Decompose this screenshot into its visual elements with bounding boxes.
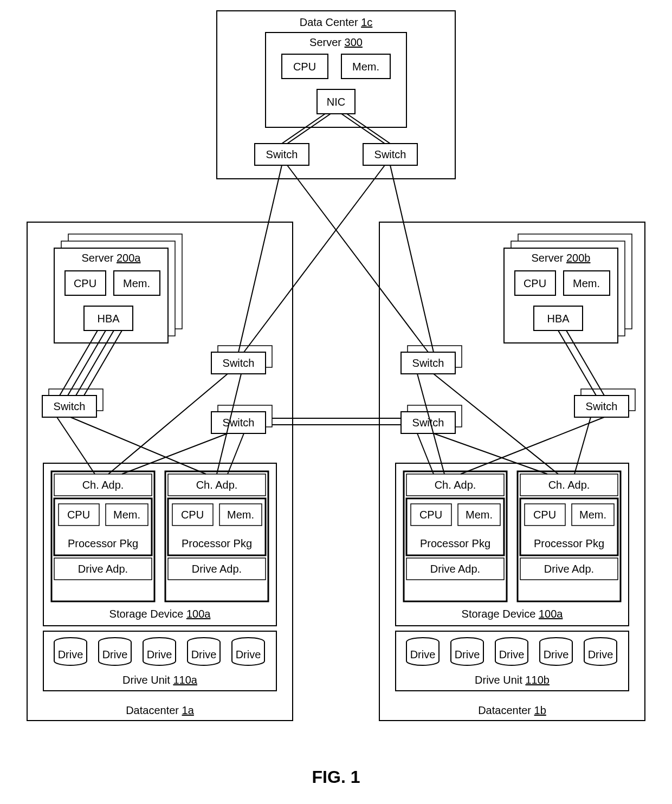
svg-text:Switch: Switch — [223, 357, 255, 369]
svg-text:Drive: Drive — [455, 649, 480, 660]
server300-ref: 300 — [345, 36, 363, 48]
datacenter-1b: Datacenter 1b Server 200b CPU Mem. HBA S… — [379, 222, 645, 721]
svg-text:HBA: HBA — [547, 313, 570, 325]
dc1c-switch-right-label: Switch — [374, 148, 406, 160]
svg-text:CPU: CPU — [181, 509, 204, 521]
server300-mem: Mem. — [352, 61, 379, 73]
svg-text:CPU: CPU — [524, 277, 546, 289]
svg-text:Processor Pkg: Processor Pkg — [534, 537, 604, 549]
svg-text:Processor Pkg: Processor Pkg — [182, 537, 252, 549]
drive-icon: Drive — [54, 638, 87, 665]
svg-text:Drive: Drive — [544, 649, 569, 660]
dc1c-title: Data Center — [300, 16, 358, 28]
datacenter-1c: Data Center 1c Server 300 CPU Mem. NIC S… — [217, 11, 455, 179]
svg-text:Drive: Drive — [410, 649, 436, 660]
server200a-ref: 200a — [117, 252, 141, 264]
svg-text:Drive Adp.: Drive Adp. — [192, 563, 242, 575]
svg-text:Switch: Switch — [412, 357, 444, 369]
svg-text:Drive: Drive — [588, 649, 613, 660]
svg-text:Ch. Adp.: Ch. Adp. — [548, 479, 590, 491]
server200a-mem: Mem. — [123, 277, 150, 289]
server-200b-stack: Server 200b CPU Mem. HBA — [504, 234, 632, 343]
svg-text:Drive: Drive — [236, 649, 261, 660]
svg-text:Switch: Switch — [223, 417, 255, 429]
svg-text:Drive: Drive — [58, 649, 83, 660]
figure-1-diagram: Data Center 1c Server 300 CPU Mem. NIC S… — [0, 0, 672, 804]
sd-left-ctrl2: Ch. Adp. CPU Mem. Processor Pkg Drive Ad… — [165, 471, 268, 601]
svg-text:Server 200a: Server 200a — [82, 252, 141, 264]
svg-text:Drive Adp.: Drive Adp. — [544, 563, 594, 575]
svg-text:Mem.: Mem. — [227, 509, 254, 521]
drive-icon: Drive — [584, 638, 617, 665]
svg-text:Processor Pkg: Processor Pkg — [420, 537, 490, 549]
drive-icon: Drive — [540, 638, 572, 665]
drive-icon: Drive — [188, 638, 220, 665]
datacenter-1a: Datacenter 1a Server 200a CPU Mem. HBA S… — [27, 222, 293, 721]
svg-text:CPU: CPU — [67, 509, 90, 521]
dc1b-sw2: Switch — [401, 346, 462, 374]
dc1c-switch-left-label: Switch — [266, 148, 298, 160]
sd-left-ctrl1: Ch. Adp. CPU Mem. Processor Pkg Drive Ad… — [51, 471, 154, 601]
server200a-cpu: CPU — [74, 277, 96, 289]
svg-text:Switch: Switch — [412, 417, 444, 429]
dc1a-ref: 1a — [182, 704, 195, 716]
drive-icon: Drive — [495, 638, 528, 665]
drive-unit-110b: Drive Unit 110b Drive Drive Drive Drive … — [396, 631, 629, 691]
server200a-title: Server — [82, 252, 114, 264]
drive-icon: Drive — [232, 638, 264, 665]
drive-icon: Drive — [451, 638, 483, 665]
svg-text:Drive Unit 110b: Drive Unit 110b — [475, 674, 550, 686]
svg-text:Datacenter 1a: Datacenter 1a — [126, 704, 195, 716]
svg-text:Data Center 1c: Data Center 1c — [300, 16, 373, 28]
svg-text:Drive: Drive — [147, 649, 172, 660]
sd-right-ctrl1: Ch. Adp. CPU Mem. Processor Pkg Drive Ad… — [404, 471, 507, 601]
dc1a-sw2: Switch — [211, 346, 272, 374]
svg-text:Mem.: Mem. — [579, 509, 606, 521]
svg-text:CPU: CPU — [533, 509, 556, 521]
drive-icon: Drive — [99, 638, 131, 665]
svg-text:CPU: CPU — [419, 509, 442, 521]
svg-text:Drive: Drive — [102, 649, 128, 660]
server300-nic: NIC — [327, 96, 345, 108]
svg-text:Switch: Switch — [54, 400, 86, 412]
svg-text:Server 200b: Server 200b — [532, 252, 591, 264]
svg-text:Mem.: Mem. — [573, 277, 600, 289]
drive-icon: Drive — [143, 638, 176, 665]
svg-text:Ch. Adp.: Ch. Adp. — [196, 479, 238, 491]
svg-text:Datacenter 1b: Datacenter 1b — [478, 704, 546, 716]
figure-label: FIG. 1 — [312, 767, 360, 787]
svg-text:Drive: Drive — [499, 649, 525, 660]
server-200a-stack: Server 200a CPU Mem. HBA — [54, 234, 182, 343]
svg-text:Drive Adp.: Drive Adp. — [78, 563, 128, 575]
server-300: Server 300 CPU Mem. NIC — [266, 33, 406, 127]
svg-text:Ch. Adp.: Ch. Adp. — [435, 479, 476, 491]
drive-unit-110a: Drive Unit 110a Drive Drive Drive Drive … — [43, 631, 276, 691]
dc1b-sw3: Switch — [401, 405, 462, 433]
svg-text:Ch. Adp.: Ch. Adp. — [82, 479, 124, 491]
svg-text:Drive Adp.: Drive Adp. — [430, 563, 480, 575]
svg-text:Mem.: Mem. — [466, 509, 493, 521]
svg-text:Processor Pkg: Processor Pkg — [68, 537, 138, 549]
svg-text:Server 300: Server 300 — [309, 36, 363, 48]
svg-text:Mem.: Mem. — [113, 509, 140, 521]
drive-icon: Drive — [406, 638, 439, 665]
svg-text:Storage Device 100a: Storage Device 100a — [109, 608, 211, 620]
storage-100a-left: Storage Device 100a Ch. Adp. CPU Mem. Pr… — [43, 463, 276, 626]
server300-title: Server — [309, 36, 341, 48]
dc1c-ref: 1c — [361, 16, 372, 28]
svg-text:Storage Device 100a: Storage Device 100a — [462, 608, 564, 620]
server200a-hba: HBA — [97, 313, 120, 325]
svg-text:Drive Unit 110a: Drive Unit 110a — [122, 674, 198, 686]
dc1a-sw3: Switch — [211, 405, 272, 433]
dc1a-title: Datacenter — [126, 704, 179, 716]
sd-right-ctrl2: Ch. Adp. CPU Mem. Processor Pkg Drive Ad… — [518, 471, 621, 601]
svg-text:Switch: Switch — [586, 400, 618, 412]
dc1b-sw1: Switch — [574, 389, 635, 417]
storage-100a-right: Storage Device 100a Ch. Adp. CPU Mem. Pr… — [396, 463, 629, 626]
dc1a-sw1: Switch — [42, 389, 103, 417]
svg-text:Drive: Drive — [191, 649, 217, 660]
server300-cpu: CPU — [293, 61, 316, 73]
